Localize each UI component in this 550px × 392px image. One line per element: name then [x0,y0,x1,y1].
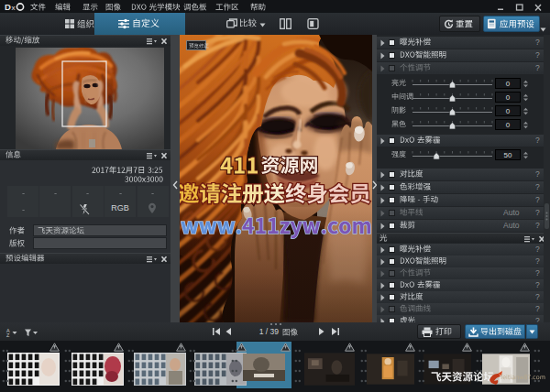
svg-text:x: x [12,4,16,12]
svg-text:D: D [5,2,11,12]
svg-text:Z: Z [6,332,10,338]
